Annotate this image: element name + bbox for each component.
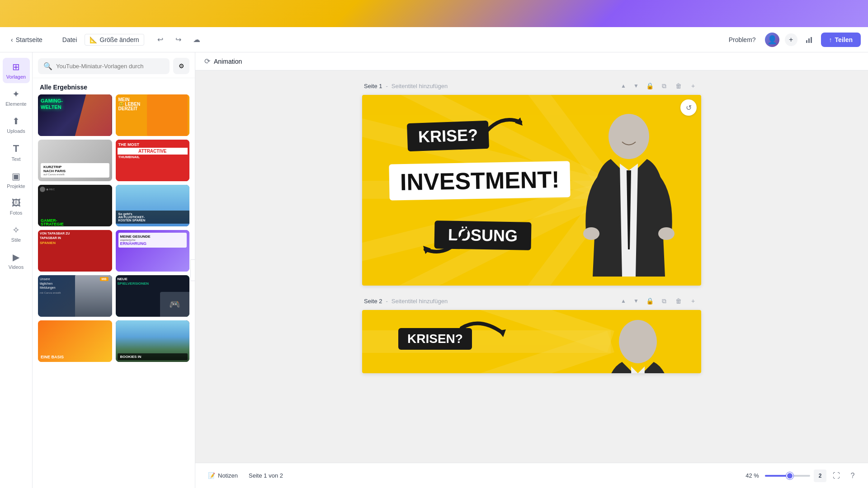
bottom-bar: 📝 Notizen Seite 1 von 2 42 % 2 ⛶ ? [195, 463, 868, 488]
add-collaborator-button[interactable]: + [785, 33, 797, 46]
startseite-label: Startseite [16, 36, 42, 43]
page-1-chevron-up[interactable]: ▲ [618, 80, 629, 91]
page-2-title: Seite 2 [364, 298, 382, 305]
page-1-more-button[interactable]: + [687, 80, 699, 92]
page2-person-area [597, 310, 688, 373]
search-icon: 🔍 [43, 62, 52, 70]
problem-button[interactable]: Problem? [725, 34, 760, 45]
notes-button[interactable]: 📝 Notizen [204, 470, 241, 481]
undo-button[interactable]: ↩ [153, 33, 168, 47]
investment-text-box[interactable]: INVESTMENT! [389, 161, 571, 201]
page-1-duplicate-button[interactable]: ⧉ [658, 80, 670, 92]
page-1-title: Seite 1 [364, 83, 382, 89]
back-button[interactable]: ‹ Startseite [7, 34, 46, 45]
page-1-header: Seite 1 - Seitentitel hinzufügen ▲ ▼ 🔒 ⧉… [362, 80, 701, 92]
vorlagen-icon: ⊞ [12, 61, 20, 72]
page-1-background: KRISE? INVESTMENT! LÖSUNG [362, 95, 701, 286]
share-button[interactable]: ↑ Teilen [821, 33, 861, 47]
page2-person-svg [597, 310, 683, 373]
page-2-background: KRISEN? [362, 310, 701, 373]
canvas-scroll-area: Seite 1 - Seitentitel hinzufügen ▲ ▼ 🔒 ⧉… [195, 70, 868, 463]
toolbar-actions: Datei 📐 Größe ändern [59, 34, 144, 46]
template-item-9[interactable]: Unsere täglichen Meldungen mit Canva ers… [38, 275, 112, 317]
grid-view-button[interactable]: 2 [814, 469, 826, 482]
page2-krisen-box[interactable]: KRISEN? [398, 328, 472, 350]
search-input[interactable] [56, 63, 164, 70]
stats-button[interactable] [803, 33, 816, 46]
person-area [566, 99, 692, 286]
sidebar-item-uploads-label: Uploads [7, 128, 25, 134]
template-panel: 🔍 ⚙ Alle Ergebnisse GAMING- WELTEN MEIN … [33, 52, 195, 488]
projekte-icon: ▣ [12, 171, 20, 182]
sidebar-item-projekte[interactable]: ▣ Projekte [3, 167, 30, 192]
krise-text-box[interactable]: KRISE? [407, 121, 489, 151]
size-label: Größe ändern [100, 36, 139, 43]
search-box[interactable]: 🔍 [38, 58, 170, 74]
page-indicator[interactable]: Seite 1 von 2 [249, 472, 283, 479]
svg-rect-0 [806, 40, 807, 43]
stile-icon: ✧ [12, 225, 20, 235]
page-2-delete-button[interactable]: 🗑 [672, 295, 685, 307]
template-item-8[interactable]: MEINE GESUNDE vegetarische ERNÄHRUNG [116, 230, 190, 272]
template-item-2[interactable]: MEIN 😊 LEBEN DERZEIT [116, 94, 190, 136]
save-cloud-button[interactable]: ☁ [189, 33, 204, 47]
sidebar-item-text[interactable]: T Text [3, 139, 30, 165]
zoom-slider[interactable] [765, 475, 810, 477]
sidebar-item-text-label: Text [11, 156, 20, 162]
page-2-actions: ▲ ▼ 🔒 ⧉ 🗑 + [618, 295, 699, 307]
hide-panel-button[interactable]: ‹ [190, 259, 195, 281]
svg-point-14 [658, 227, 675, 240]
template-item-5[interactable]: ◉ REC GAMER- STRATEGIE [38, 185, 112, 226]
page-1-chevron-down[interactable]: ▼ [631, 80, 642, 91]
page-2-duplicate-button[interactable]: ⧉ [658, 295, 670, 307]
template-item-10[interactable]: NEUE SPIELVERSIONEN 🎮 [116, 275, 190, 317]
help-button[interactable]: ? [846, 469, 859, 482]
sidebar-item-projekte-label: Projekte [7, 183, 25, 189]
avatar-placeholder: 👤 [767, 35, 777, 45]
template-item-3[interactable]: KURZTRIP NACH PARIS auf Canva erstellt [38, 140, 112, 181]
avatar[interactable]: 👤 [765, 33, 779, 47]
page-2-chevron-down[interactable]: ▼ [631, 296, 642, 306]
videos-icon: ▶ [13, 252, 19, 263]
sidebar-item-vorlagen[interactable]: ⊞ Vorlagen [3, 58, 30, 83]
page-2-subtitle[interactable]: Seitentitel hinzufügen [392, 298, 448, 305]
sidebar-item-fotos[interactable]: 🖼 Fotos [3, 194, 30, 219]
template-item-11[interactable]: EINE BASIS [38, 320, 112, 362]
sidebar-item-stile[interactable]: ✧ Stile [3, 221, 30, 246]
page-1-subtitle[interactable]: Seitentitel hinzufügen [392, 83, 448, 89]
person-silhouette-svg [575, 105, 683, 286]
fullscreen-button[interactable]: ⛶ [830, 469, 843, 482]
animation-label: Animation [214, 58, 242, 65]
template-item-12[interactable]: BOOKIES IN [116, 320, 190, 362]
page-2-lock-button[interactable]: 🔒 [643, 295, 656, 307]
page-1-lock-button[interactable]: 🔒 [643, 80, 656, 92]
arrow-bottom-svg [416, 222, 471, 263]
sidebar-item-videos-label: Videos [9, 264, 24, 270]
template-item-7[interactable]: VON TAPASBAR ZU TAPASBAR IN SPANIEN [38, 230, 112, 272]
header-right: Problem? 👤 + ↑ Teilen [725, 33, 861, 47]
size-button[interactable]: 📐 Größe ändern [85, 34, 144, 46]
sidebar: ⊞ Vorlagen ✦ Elemente ⬆ Uploads T Text ▣… [0, 52, 33, 488]
page-2-chevron-up[interactable]: ▲ [618, 296, 629, 306]
datei-menu[interactable]: Datei [59, 34, 81, 45]
animation-bar: ⟳ Animation [195, 52, 868, 70]
refresh-button[interactable]: ↺ [680, 99, 697, 116]
template-item-4[interactable]: THE MOST ATTRACTIVE THUMBNAIL [116, 140, 190, 181]
sidebar-item-videos[interactable]: ▶ Videos [3, 248, 30, 273]
history-actions: ↩ ↪ ☁ [153, 33, 204, 47]
template-item-6[interactable]: So geht's AN FLUGTICKET- KOSTEN SPAREN [116, 185, 190, 226]
template-item-1[interactable]: GAMING- WELTEN [38, 94, 112, 136]
sidebar-item-uploads[interactable]: ⬆ Uploads [3, 112, 30, 137]
svg-point-13 [583, 227, 599, 240]
page-2-canvas[interactable]: KRISEN? [362, 310, 701, 373]
page-1-delete-button[interactable]: 🗑 [672, 80, 685, 92]
page-1-canvas[interactable]: KRISE? INVESTMENT! LÖSUNG [362, 95, 701, 286]
sidebar-item-elemente[interactable]: ✦ Elemente [3, 85, 30, 110]
svg-rect-2 [811, 37, 812, 43]
redo-button[interactable]: ↪ [171, 33, 186, 47]
zoom-slider-fill [765, 475, 790, 477]
notes-label: Notizen [218, 472, 238, 479]
filter-button[interactable]: ⚙ [173, 58, 189, 74]
share-icon: ↑ [829, 36, 832, 43]
page-2-more-button[interactable]: + [687, 295, 699, 307]
